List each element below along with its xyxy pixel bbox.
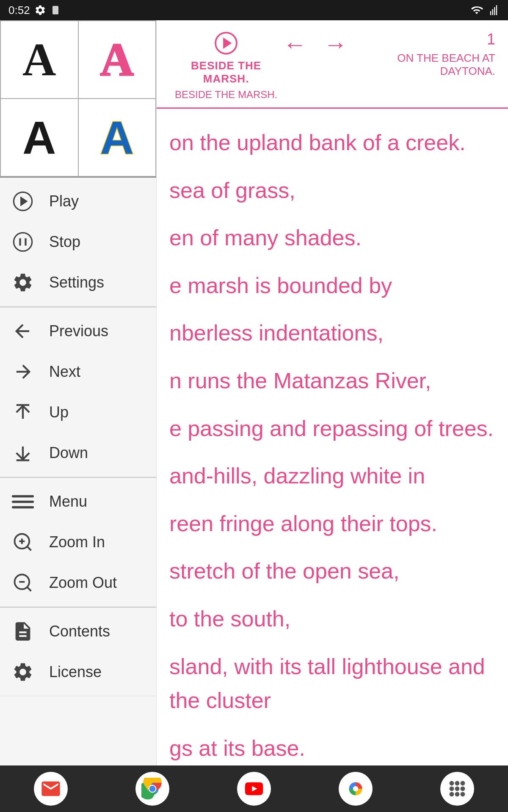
svg-point-38 <box>450 792 454 797</box>
menu-item-play[interactable]: Play <box>0 181 156 222</box>
menu-item-up[interactable]: Up <box>0 392 156 433</box>
down-label: Down <box>49 444 88 462</box>
next-label: Next <box>49 363 80 381</box>
svg-point-31 <box>353 786 358 791</box>
svg-point-35 <box>450 787 454 791</box>
status-right <box>470 4 500 16</box>
status-time: 0:52 <box>8 4 30 17</box>
zoom-in-icon <box>12 531 34 553</box>
status-left: 0:52 <box>8 4 61 17</box>
svg-line-17 <box>27 546 31 550</box>
arrow-down-icon <box>12 442 34 464</box>
menu-item-settings[interactable]: Settings <box>0 262 156 303</box>
prev-arrow-icon[interactable]: ← <box>283 30 306 58</box>
menu-item-license[interactable]: License <box>0 652 156 692</box>
header-chapter: 1 ON THE BEACH AT DAYTONA. <box>347 30 495 78</box>
svg-marker-2 <box>21 198 27 205</box>
wifi-icon <box>470 4 483 16</box>
svg-point-40 <box>461 792 465 797</box>
license-gear-icon <box>12 661 34 683</box>
content-paragraph-10: stretch of the open sea, <box>169 554 495 588</box>
font-grid: A A A A <box>0 20 156 178</box>
svg-point-39 <box>455 792 460 797</box>
up-label: Up <box>49 403 69 421</box>
bottom-nav <box>0 765 508 812</box>
svg-point-32 <box>450 781 454 786</box>
svg-point-36 <box>455 787 460 791</box>
menu-section-1: Play Stop Settings <box>0 178 156 307</box>
header-play-icon[interactable] <box>213 30 239 56</box>
menu-section-4: Contents License <box>0 608 156 696</box>
menu-item-next[interactable]: Next <box>0 351 156 392</box>
arrow-left-icon <box>12 320 34 342</box>
settings-label: Settings <box>49 274 104 291</box>
content-paragraph-3: en of many shades. <box>169 221 495 255</box>
previous-label: Previous <box>49 322 108 340</box>
menu-item-zoom-out[interactable]: Zoom Out <box>0 562 156 603</box>
youtube-icon[interactable] <box>237 772 271 806</box>
content-paragraph-4: e marsh is bounded by <box>169 269 495 303</box>
menu-item-down[interactable]: Down <box>0 433 156 473</box>
menu-item-previous[interactable]: Previous <box>0 311 156 351</box>
font-sample-1: A <box>22 36 56 83</box>
pause-circle-icon <box>12 231 34 253</box>
zoom-out-label: Zoom Out <box>49 574 117 592</box>
svg-point-34 <box>461 781 465 786</box>
font-cell-3[interactable]: A <box>0 99 78 177</box>
content-paragraph-8: and-hills, dazzling white in <box>169 459 495 493</box>
header-play-section: BESIDE THE MARSH. BESIDE THE MARSH. <box>169 30 283 101</box>
menu-label: Menu <box>49 493 87 510</box>
content-paragraph-13: gs at its base. <box>169 731 495 765</box>
font-cell-2[interactable]: A <box>78 20 157 99</box>
svg-point-37 <box>461 787 465 791</box>
next-arrow-icon[interactable]: → <box>323 30 347 58</box>
contents-label: Contents <box>49 623 110 640</box>
content-paragraph-5: nberless indentations, <box>169 316 495 350</box>
zoom-in-label: Zoom In <box>49 533 105 551</box>
gear-icon <box>12 272 34 294</box>
svg-rect-14 <box>12 501 34 503</box>
content-paragraph-1: on the upland bank of a creek. <box>169 126 495 160</box>
arrow-up-icon <box>12 401 34 423</box>
svg-line-21 <box>27 587 31 591</box>
content-paragraph-7: e passing and repassing of trees. <box>169 411 495 446</box>
content-header: BESIDE THE MARSH. BESIDE THE MARSH. ← → … <box>157 20 508 109</box>
zoom-out-icon <box>12 572 34 594</box>
svg-marker-24 <box>224 39 230 47</box>
font-cell-1[interactable]: A <box>0 20 78 99</box>
play-label: Play <box>49 192 79 210</box>
svg-rect-13 <box>12 495 34 497</box>
content-text: on the upland bank of a creek. sea of gr… <box>157 109 508 765</box>
menu-items: Play Stop Settings <box>0 178 156 765</box>
header-book-title: BESIDE THE MARSH. <box>169 59 283 85</box>
svg-point-29 <box>149 786 156 792</box>
menu-item-stop[interactable]: Stop <box>0 222 156 262</box>
menu-item-menu[interactable]: Menu <box>0 481 156 522</box>
content-paragraph-12: sland, with its tall lighthouse and the … <box>169 650 495 718</box>
header-nav: ← → <box>283 30 347 58</box>
svg-rect-15 <box>12 506 34 508</box>
content-paragraph-9: reen fringe along their tops. <box>169 507 495 541</box>
menu-item-contents[interactable]: Contents <box>0 611 156 652</box>
photos-icon[interactable] <box>339 772 373 806</box>
content-paragraph-11: to the south, <box>169 602 495 636</box>
font-sample-3: A <box>22 114 56 161</box>
license-label: License <box>49 663 102 681</box>
menu-section-2: Previous Next <box>0 307 156 477</box>
font-cell-4[interactable]: A <box>78 99 157 177</box>
chapter-number: 1 <box>487 30 495 48</box>
chrome-icon[interactable] <box>135 772 169 806</box>
font-sample-2: A <box>100 36 134 83</box>
signal-icon <box>488 4 500 16</box>
sim-icon <box>50 4 61 16</box>
menu-item-zoom-in[interactable]: Zoom In <box>0 522 156 562</box>
svg-point-3 <box>14 233 32 251</box>
document-icon <box>12 620 34 642</box>
apps-grid-icon[interactable] <box>440 772 474 806</box>
play-circle-icon <box>12 190 34 212</box>
stop-label: Stop <box>49 233 80 251</box>
content-paragraph-6: n runs the Matanzas River, <box>169 364 495 398</box>
main-container: A A A A Play <box>0 20 508 765</box>
settings-status-icon <box>34 4 46 16</box>
gmail-icon[interactable] <box>34 772 68 806</box>
